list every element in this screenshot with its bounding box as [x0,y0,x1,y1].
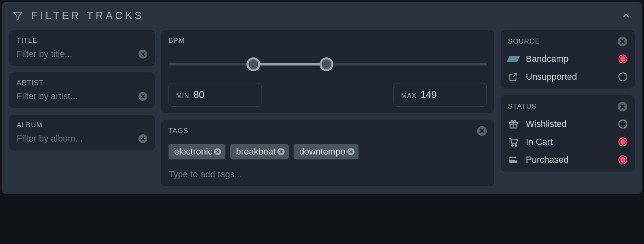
tag-text: breakbeat [236,146,276,157]
tag-remove-button[interactable] [347,148,354,155]
title-filter-label: TITLE [17,37,147,45]
bpm-max-input[interactable] [421,89,453,100]
collapse-chevron-icon[interactable] [621,11,631,21]
source-option[interactable]: Bandcamp [508,54,627,64]
bpm-card: BPM MIN MAX [161,30,494,113]
album-filter-card: ALBUM [9,115,155,150]
option-label: Purchased [526,155,568,165]
bpm-slider-thumb-min[interactable] [246,57,260,71]
source-options: BandcampUnsupported [508,54,627,82]
close-icon [480,129,484,133]
middle-column: BPM MIN MAX [161,30,494,186]
tag-chip: downtempo [294,144,359,159]
panel-header: FILTER TRACKS [9,9,635,22]
artist-filter-label: ARTIST [17,79,147,87]
status-clear-button[interactable] [618,102,627,111]
filter-tracks-panel: FILTER TRACKS TITLE ARTIST [2,2,642,194]
close-icon [216,150,219,153]
artist-clear-button[interactable] [138,92,147,101]
status-options: WishlistedIn CartPurchased [508,119,627,165]
funnel-icon [13,11,23,21]
close-icon [141,137,145,141]
bpm-label: BPM [169,37,487,45]
status-card: STATUS WishlistedIn CartPurchased [501,95,635,172]
status-label: STATUS [508,102,537,111]
option-radio[interactable] [618,155,627,164]
artist-input[interactable] [17,91,138,102]
tag-text: electronic [174,146,212,157]
bpm-min-input[interactable] [193,89,226,100]
album-clear-button[interactable] [138,134,147,143]
svg-point-4 [515,160,516,161]
close-icon [141,52,145,56]
wallet-icon [508,155,519,165]
bpm-max-label: MAX [401,92,417,100]
tag-text: downtempo [299,146,346,157]
bpm-max-box: MAX [393,83,487,107]
tag-remove-button[interactable] [214,148,221,155]
tags-clear-button[interactable] [477,126,487,136]
title-input[interactable] [17,49,138,59]
panel-title-group: FILTER TRACKS [13,9,144,22]
close-icon [620,104,625,109]
option-label: Bandcamp [526,54,568,64]
option-label: In Cart [526,137,553,147]
external-link-icon [508,72,519,82]
bpm-slider-fill [253,63,326,65]
right-column: SOURCE BandcampUnsupported STATUS Wishli… [501,30,635,186]
source-clear-button[interactable] [618,37,627,46]
gift-icon [508,119,519,129]
source-option[interactable]: Unsupported [508,72,627,82]
option-radio[interactable] [618,137,627,146]
panel-title: FILTER TRACKS [31,9,144,22]
tags-label: TAGS [169,127,188,135]
source-label: SOURCE [508,37,540,46]
bpm-slider-thumb-max[interactable] [320,57,333,71]
bpm-slider[interactable] [169,57,487,72]
svg-point-3 [515,145,517,146]
option-radio[interactable] [618,72,627,81]
status-option[interactable]: Wishlisted [508,119,627,129]
tags-card: TAGS electronicbreakbeatdowntempo [161,120,494,186]
tag-chip: breakbeat [230,144,289,159]
option-radio[interactable] [618,54,627,63]
option-label: Wishlisted [526,119,566,129]
close-icon [620,39,625,44]
title-filter-card: TITLE [9,30,155,66]
status-option[interactable]: In Cart [508,137,627,147]
artist-filter-card: ARTIST [9,72,155,108]
option-radio[interactable] [618,120,627,129]
tags-list: electronicbreakbeatdowntempo [169,144,487,159]
cart-icon [508,137,519,147]
album-filter-label: ALBUM [17,121,147,129]
tag-chip: electronic [169,144,225,159]
option-label: Unsupported [526,72,577,82]
tag-remove-button[interactable] [277,148,285,155]
close-icon [349,150,352,153]
status-option[interactable]: Purchased [508,155,627,165]
bandcamp-icon [506,56,520,62]
album-input[interactable] [17,133,138,144]
svg-point-2 [512,145,513,146]
close-icon [141,94,145,98]
source-card: SOURCE BandcampUnsupported [501,30,635,89]
title-clear-button[interactable] [138,50,147,59]
left-column: TITLE ARTIST ALBUM [9,30,155,186]
bpm-min-box: MIN [169,83,262,107]
filters-grid: TITLE ARTIST ALBUM [9,30,635,186]
tags-input[interactable] [169,169,487,180]
close-icon [279,150,283,153]
bpm-min-label: MIN [176,92,189,100]
